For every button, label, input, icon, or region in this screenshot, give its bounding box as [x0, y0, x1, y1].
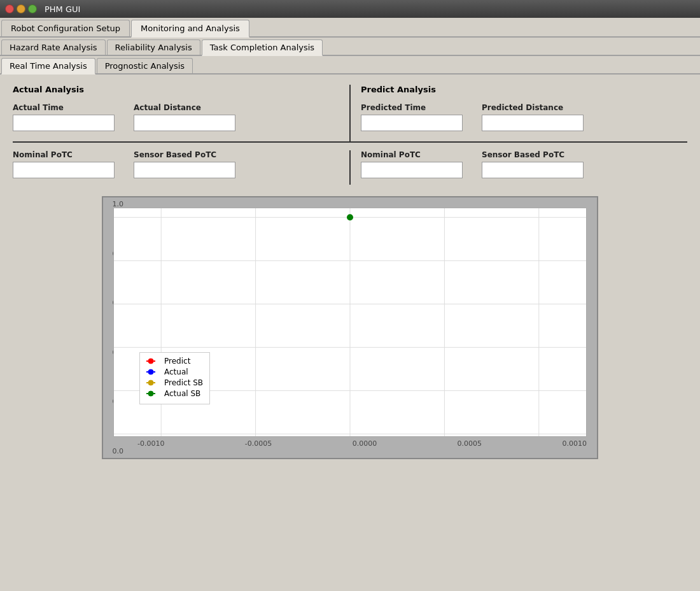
main-tab-bar: Robot Configuration Setup Monitoring and… — [0, 18, 700, 38]
legend-actual: Actual — [146, 367, 203, 376]
x-label-neg0010: -0.0010 — [137, 439, 164, 448]
chart-wrapper: 1.0 0.8 0.6 0.4 0.2 0.0 — [113, 208, 587, 448]
predicted-distance-label: Predicted Distance — [482, 103, 584, 112]
nominal-potc-predict-input[interactable] — [361, 162, 463, 178]
chart-legend: Predict Actual Predict SB — [139, 352, 210, 404]
chart-plot-area: Predict Actual Predict SB — [113, 208, 587, 437]
horizontal-divider — [13, 141, 687, 143]
predict-bottom-panel: Nominal PoTC Sensor Based PoTC — [351, 150, 687, 185]
fields-container: Actual Analysis Actual Time Actual Dista… — [13, 85, 687, 141]
close-button[interactable] — [5, 4, 14, 13]
actual-distance-input[interactable] — [134, 115, 235, 131]
tab-monitoring[interactable]: Monitoring and Analysis — [131, 20, 249, 38]
window-controls[interactable] — [5, 4, 37, 13]
sensor-potc-actual-label: Sensor Based PoTC — [134, 150, 235, 159]
title-bar: PHM GUI — [0, 0, 700, 18]
data-point — [347, 214, 353, 220]
predicted-distance-input[interactable] — [482, 115, 584, 131]
actual-bottom-panel: Nominal PoTC Sensor Based PoTC — [13, 150, 351, 185]
x-label-pos0010: 0.0010 — [563, 439, 587, 448]
tab-reliability[interactable]: Reliability Analysis — [107, 39, 200, 55]
predict-top-fields: Predicted Time Predicted Distance — [361, 103, 687, 131]
svg-point-16 — [148, 380, 153, 385]
inner-tab-bar: Real Time Analysis Prognostic Analysis — [0, 56, 700, 75]
sub-tab-bar: Hazard Rate Analysis Reliability Analysi… — [0, 38, 700, 56]
x-axis-labels: -0.0010 -0.0005 0.0000 0.0005 0.0010 — [137, 439, 587, 448]
nominal-potc-actual-input[interactable] — [13, 162, 115, 178]
chart-container: 1.0 0.8 0.6 0.4 0.2 0.0 — [102, 196, 598, 459]
actual-top-fields: Actual Time Actual Distance — [13, 103, 339, 131]
actual-bottom-fields: Nominal PoTC Sensor Based PoTC — [13, 150, 339, 178]
legend-predict-sb-label: Predict SB — [164, 378, 203, 387]
tab-realtime[interactable]: Real Time Analysis — [1, 58, 95, 75]
window-title: PHM GUI — [45, 4, 80, 14]
content-area: Actual Analysis Actual Time Actual Dista… — [0, 75, 700, 476]
actual-section-title: Actual Analysis — [13, 85, 339, 94]
tab-hazard-rate[interactable]: Hazard Rate Analysis — [1, 39, 106, 55]
actual-time-input[interactable] — [13, 115, 115, 131]
sensor-potc-predict-input[interactable] — [482, 162, 584, 178]
x-label-0000: 0.0000 — [353, 439, 377, 448]
svg-point-14 — [148, 369, 153, 374]
tab-task-completion[interactable]: Task Completion Analysis — [202, 39, 323, 56]
legend-predict-label: Predict — [164, 357, 190, 366]
legend-actual-sb-label: Actual SB — [164, 389, 200, 398]
predict-bottom-fields: Nominal PoTC Sensor Based PoTC — [361, 150, 687, 178]
bottom-fields-container: Nominal PoTC Sensor Based PoTC Nominal P… — [13, 150, 687, 185]
actual-time-group: Actual Time — [13, 103, 115, 131]
nominal-potc-actual-group: Nominal PoTC — [13, 150, 115, 178]
sensor-potc-predict-group: Sensor Based PoTC — [482, 150, 584, 178]
sensor-potc-predict-label: Sensor Based PoTC — [482, 150, 584, 159]
actual-analysis-panel: Actual Analysis Actual Time Actual Dista… — [13, 85, 351, 141]
minimize-button[interactable] — [17, 4, 25, 13]
sensor-potc-actual-input[interactable] — [134, 162, 235, 178]
predict-analysis-panel: Predict Analysis Predicted Time Predicte… — [351, 85, 687, 141]
tab-prognostic[interactable]: Prognostic Analysis — [97, 58, 193, 73]
predicted-distance-group: Predicted Distance — [482, 103, 584, 131]
svg-point-18 — [148, 391, 153, 396]
sensor-potc-actual-group: Sensor Based PoTC — [134, 150, 235, 178]
legend-actual-label: Actual — [164, 367, 188, 376]
svg-point-12 — [148, 359, 153, 364]
actual-distance-group: Actual Distance — [134, 103, 235, 131]
chart-main-row: 1.0 0.8 0.6 0.4 0.2 0.0 — [113, 208, 587, 437]
nominal-potc-predict-label: Nominal PoTC — [361, 150, 463, 159]
predict-section-title: Predict Analysis — [361, 85, 687, 94]
predicted-time-input[interactable] — [361, 115, 463, 131]
tab-robot-config[interactable]: Robot Configuration Setup — [1, 20, 130, 36]
x-label-pos0005: 0.0005 — [458, 439, 482, 448]
nominal-potc-predict-group: Nominal PoTC — [361, 150, 463, 178]
actual-time-label: Actual Time — [13, 103, 115, 112]
y-label-0.0: 0.0 — [103, 447, 123, 455]
predicted-time-label: Predicted Time — [361, 103, 463, 112]
legend-actual-sb: Actual SB — [146, 389, 203, 398]
legend-predict-sb: Predict SB — [146, 378, 203, 387]
maximize-button[interactable] — [28, 4, 37, 13]
actual-distance-label: Actual Distance — [134, 103, 235, 112]
nominal-potc-actual-label: Nominal PoTC — [13, 150, 115, 159]
x-label-neg0005: -0.0005 — [245, 439, 272, 448]
predicted-time-group: Predicted Time — [361, 103, 463, 131]
legend-predict: Predict — [146, 357, 203, 366]
chart-container-wrapper: 1.0 0.8 0.6 0.4 0.2 0.0 — [13, 190, 687, 466]
